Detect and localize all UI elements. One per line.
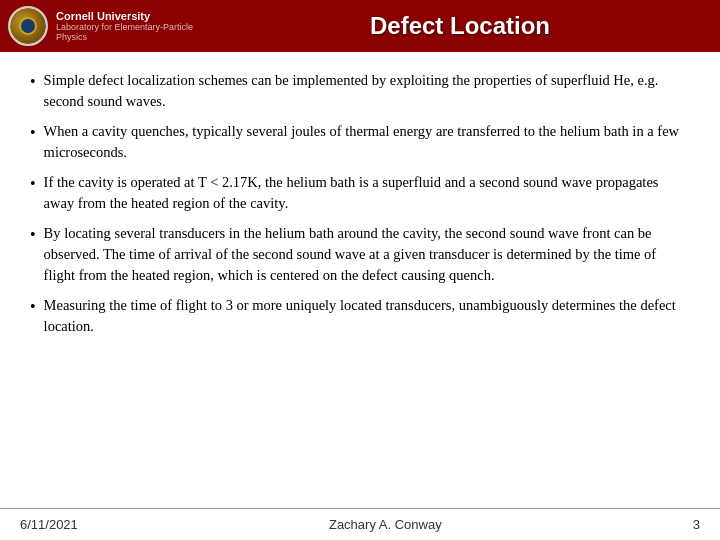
list-item: • When a cavity quenches, typically seve…: [30, 121, 690, 163]
bullet-text: Measuring the time of flight to 3 or mor…: [44, 295, 690, 337]
logo-area: Cornell University Laboratory for Elemen…: [0, 0, 200, 52]
header-text: Cornell University Laboratory for Elemen…: [56, 10, 200, 42]
bullet-icon: •: [30, 174, 36, 195]
bullet-text: If the cavity is operated at T < 2.17K, …: [44, 172, 690, 214]
slide-title: Defect Location: [370, 12, 550, 40]
bullet-text: When a cavity quenches, typically severa…: [44, 121, 690, 163]
footer-page: 3: [693, 517, 700, 532]
bullet-icon: •: [30, 297, 36, 318]
bullet-text: Simple defect localization schemes can b…: [44, 70, 690, 112]
cornell-logo: [8, 6, 48, 46]
slide-content: • Simple defect localization schemes can…: [0, 52, 720, 356]
list-item: • By locating several transducers in the…: [30, 223, 690, 286]
footer-date: 6/11/2021: [20, 517, 78, 532]
list-item: • Simple defect localization schemes can…: [30, 70, 690, 112]
list-item: • Measuring the time of flight to 3 or m…: [30, 295, 690, 337]
bullet-text: By locating several transducers in the h…: [44, 223, 690, 286]
header: Cornell University Laboratory for Elemen…: [0, 0, 720, 52]
lab-name: Laboratory for Elementary-Particle Physi…: [56, 22, 200, 42]
bullet-icon: •: [30, 72, 36, 93]
footer: 6/11/2021 Zachary A. Conway 3: [0, 508, 720, 540]
list-item: • If the cavity is operated at T < 2.17K…: [30, 172, 690, 214]
footer-author: Zachary A. Conway: [329, 517, 442, 532]
university-name: Cornell University: [56, 10, 200, 22]
bullet-list: • Simple defect localization schemes can…: [30, 70, 690, 337]
bullet-icon: •: [30, 225, 36, 246]
bullet-icon: •: [30, 123, 36, 144]
